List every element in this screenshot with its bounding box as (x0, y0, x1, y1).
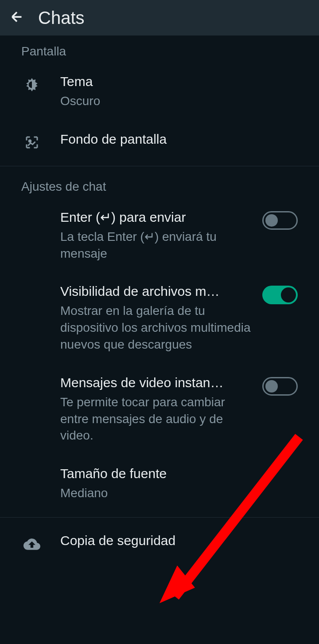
media-visibility-subtitle: Mostrar en la galería de tu dispositivo … (60, 302, 256, 353)
theme-value: Oscuro (60, 93, 298, 110)
font-size-title: Tamaño de fuente (60, 466, 298, 481)
font-size-value: Mediano (60, 485, 298, 502)
instant-video-subtitle: Te permite tocar para cambiar entre mens… (60, 394, 256, 444)
brightness-icon (24, 77, 40, 93)
enter-to-send-setting[interactable]: Enter (↵) para enviar La tecla Enter (↵)… (0, 198, 319, 273)
enter-to-send-toggle[interactable] (262, 211, 298, 230)
media-visibility-toggle[interactable] (262, 286, 298, 304)
cloud-backup-icon (23, 536, 40, 553)
wallpaper-icon (24, 134, 40, 150)
back-button[interactable] (9, 9, 25, 27)
section-header-display: Pantalla (0, 35, 319, 63)
media-visibility-title: Visibilidad de archivos m… (60, 284, 256, 299)
wallpaper-title: Fondo de pantalla (60, 132, 298, 147)
section-header-chat: Ajustes de chat (0, 171, 319, 198)
instant-video-setting[interactable]: Mensajes de video instan… Te permite toc… (0, 364, 319, 455)
font-size-setting[interactable]: Tamaño de fuente Mediano (0, 455, 319, 513)
page-title: Chats (38, 8, 85, 28)
divider (0, 166, 319, 166)
divider (0, 517, 319, 518)
enter-to-send-subtitle: La tecla Enter (↵) enviará tu mensaje (60, 228, 256, 262)
wallpaper-setting[interactable]: Fondo de pantalla (0, 121, 319, 161)
backup-title: Copia de seguridad (60, 533, 298, 548)
instant-video-title: Mensajes de video instan… (60, 375, 256, 390)
backup-setting[interactable]: Copia de seguridad (0, 522, 319, 564)
media-visibility-setting[interactable]: Visibilidad de archivos m… Mostrar en la… (0, 273, 319, 364)
header-bar: Chats (0, 0, 319, 35)
theme-title: Tema (60, 74, 298, 89)
theme-setting[interactable]: Tema Oscuro (0, 63, 319, 121)
svg-point-0 (29, 140, 31, 142)
enter-to-send-title: Enter (↵) para enviar (60, 209, 256, 225)
arrow-left-icon (9, 9, 25, 25)
instant-video-toggle[interactable] (262, 377, 298, 396)
svg-marker-3 (160, 565, 195, 603)
